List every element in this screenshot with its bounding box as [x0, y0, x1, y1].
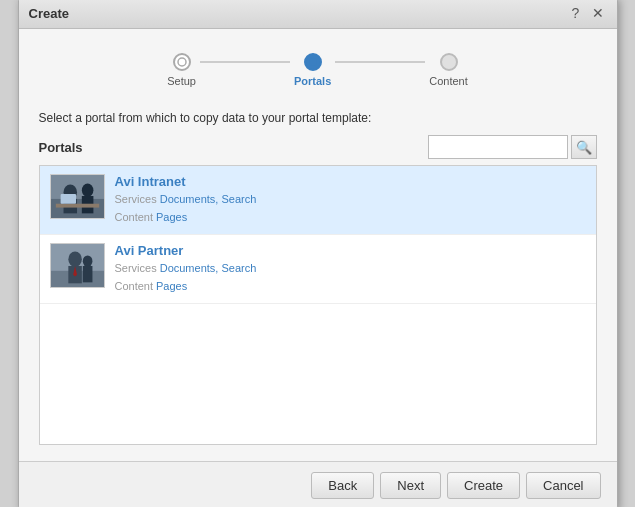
step-portals-circle [304, 53, 322, 71]
close-button[interactable]: ✕ [589, 4, 607, 22]
create-button[interactable]: Create [447, 472, 520, 499]
connector-2 [335, 61, 425, 63]
portal-meta-2: ServicesDocuments, Search ContentPages [115, 260, 586, 295]
portal-info-2: Avi Partner ServicesDocuments, Search Co… [115, 243, 586, 295]
dialog-footer: Back Next Create Cancel [19, 461, 617, 507]
step-setup-circle [173, 53, 191, 71]
portals-label: Portals [39, 140, 83, 155]
content-value-2: Pages [156, 280, 187, 292]
step-setup-label: Setup [167, 75, 196, 87]
instruction-text: Select a portal from which to copy data … [39, 111, 597, 125]
portals-list: Avi Intranet ServicesDocuments, Search C… [39, 165, 597, 445]
services-label-2: Services [115, 262, 157, 274]
svg-point-6 [81, 183, 93, 196]
dialog-title: Create [29, 6, 69, 21]
cancel-button[interactable]: Cancel [526, 472, 600, 499]
step-portals-label: Portals [294, 75, 331, 87]
svg-point-15 [82, 256, 92, 268]
portal-item[interactable]: Avi Intranet ServicesDocuments, Search C… [40, 166, 596, 235]
search-box: 🔍 [428, 135, 597, 159]
services-value-2: Documents, Search [160, 262, 257, 274]
content-label-1: Content [115, 211, 154, 223]
step-portals: Portals [294, 53, 331, 87]
header-icons: ? ✕ [567, 4, 607, 22]
steps-container: Setup Portals Content [39, 45, 597, 95]
svg-point-1 [309, 58, 317, 66]
svg-rect-16 [82, 266, 92, 282]
content-label-2: Content [115, 280, 154, 292]
search-input[interactable] [428, 135, 568, 159]
portal-thumb-2 [50, 243, 105, 288]
svg-rect-8 [55, 204, 98, 208]
connector-1 [200, 61, 290, 63]
portal-name-2: Avi Partner [115, 243, 586, 258]
portal-thumb-1 [50, 174, 105, 219]
services-value-1: Documents, Search [160, 193, 257, 205]
help-button[interactable]: ? [567, 4, 585, 22]
step-content: Content [429, 53, 468, 87]
content-value-1: Pages [156, 211, 187, 223]
next-button[interactable]: Next [380, 472, 441, 499]
svg-point-0 [178, 58, 186, 66]
back-button[interactable]: Back [311, 472, 374, 499]
services-label-1: Services [115, 193, 157, 205]
dialog-body: Setup Portals Content Select a port [19, 29, 617, 461]
svg-rect-3 [51, 199, 104, 218]
step-content-label: Content [429, 75, 468, 87]
svg-point-12 [68, 252, 81, 267]
portal-meta-1: ServicesDocuments, Search ContentPages [115, 191, 586, 226]
step-setup: Setup [167, 53, 196, 87]
portal-name-1: Avi Intranet [115, 174, 586, 189]
create-dialog: Create ? ✕ Setup [18, 0, 618, 507]
portal-info-1: Avi Intranet ServicesDocuments, Search C… [115, 174, 586, 226]
portal-item[interactable]: Avi Partner ServicesDocuments, Search Co… [40, 235, 596, 304]
dialog-header: Create ? ✕ [19, 0, 617, 29]
svg-rect-9 [60, 194, 75, 204]
search-button[interactable]: 🔍 [571, 135, 597, 159]
step-content-circle [440, 53, 458, 71]
portals-header: Portals 🔍 [39, 135, 597, 159]
